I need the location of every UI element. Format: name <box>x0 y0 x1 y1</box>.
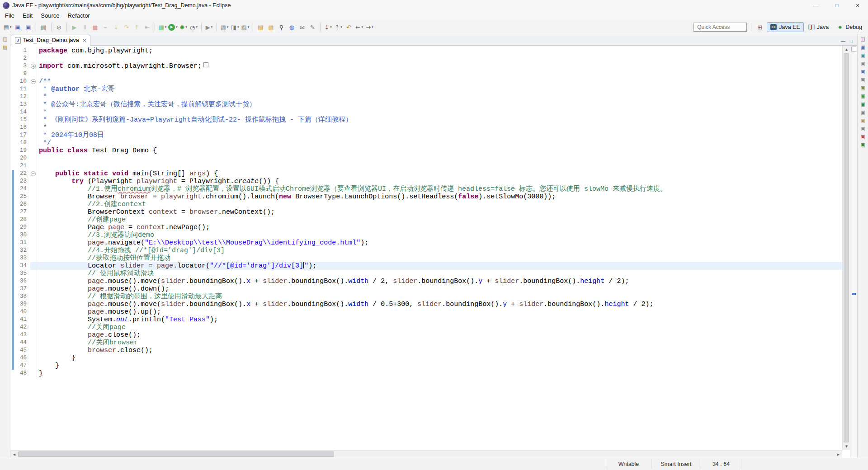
next-annotation-dropdown-icon[interactable]: ▾ <box>330 25 332 29</box>
menu-refactor[interactable]: Refactor <box>64 11 94 20</box>
editor-tab[interactable]: J Test_Drag_Demo.java ✕ <box>11 35 90 46</box>
line-number[interactable]: 24 <box>15 185 30 193</box>
annotation-ruler[interactable] <box>10 231 15 239</box>
code-line-26[interactable]: 26 //2.创建context <box>10 201 842 208</box>
previous-annotation-dropdown-icon[interactable]: ▾ <box>340 25 342 29</box>
open-folder-button[interactable]: ▨ <box>256 22 265 33</box>
line-number[interactable]: 43 <box>15 331 30 339</box>
code-line-32[interactable]: 32 //4.开始拖拽 //*[@id='drag']/div[3] <box>10 247 842 254</box>
annotation-ruler[interactable] <box>10 47 15 55</box>
line-number[interactable]: 32 <box>15 247 30 254</box>
previous-annotation-button[interactable]: ⇡▾ <box>334 22 343 33</box>
code-line-1[interactable]: 1package com.bjhg.playwright; <box>10 47 842 55</box>
annotation-ruler[interactable] <box>10 116 15 124</box>
new-web-project-button[interactable]: ▨▾ <box>241 22 250 33</box>
run-dropdown-icon[interactable]: ▾ <box>176 25 178 29</box>
annotation-ruler[interactable] <box>10 62 15 70</box>
annotation-ruler[interactable] <box>10 108 15 116</box>
annotation-ruler[interactable] <box>10 70 15 78</box>
annotation-ruler[interactable] <box>10 370 15 377</box>
code-line-45[interactable]: 45 browser.close(); <box>10 347 842 354</box>
line-number[interactable]: 3 <box>15 62 30 70</box>
vertical-scrollbar[interactable]: ▲ ▼ <box>842 46 850 450</box>
debug-button[interactable]: ✺▾ <box>179 22 188 33</box>
maximize-button[interactable]: □ <box>826 0 847 11</box>
code-line-36[interactable]: 36 page.mouse().move(slider.boundingBox(… <box>10 277 842 285</box>
palette-view-icon[interactable]: ▣ <box>859 141 867 148</box>
new-servlet-dropdown-icon[interactable]: ▾ <box>237 25 239 29</box>
annotation-ruler[interactable] <box>10 301 15 308</box>
line-number[interactable]: 22 <box>15 170 30 178</box>
annotation-ruler[interactable] <box>10 193 15 201</box>
code-line-19[interactable]: 19public class Test_Drag_Demo { <box>10 147 842 155</box>
fold-collapse-icon[interactable]: − <box>31 79 36 84</box>
new-ejb-project-dropdown-icon[interactable]: ▾ <box>227 25 229 29</box>
annotation-ruler[interactable] <box>10 185 15 193</box>
annotation-ruler[interactable] <box>10 239 15 247</box>
code-line-25[interactable]: 25 Browser browser = playwright.chromium… <box>10 193 842 201</box>
line-number[interactable]: 28 <box>15 216 30 224</box>
annotation-ruler[interactable] <box>10 147 15 155</box>
new-task-button[interactable]: ✉ <box>297 22 307 33</box>
outline-view-icon[interactable]: ▣ <box>859 44 867 51</box>
annotation-ruler[interactable] <box>10 285 15 293</box>
external-tools-dropdown-icon[interactable]: ▾ <box>211 25 213 29</box>
line-number[interactable]: 10 <box>15 78 30 85</box>
line-number[interactable]: 21 <box>15 162 30 170</box>
menu-edit[interactable]: Edit <box>19 11 37 20</box>
perspective-debug[interactable]: ✺Debug <box>833 22 866 32</box>
console-view-icon[interactable]: ▣ <box>859 101 867 108</box>
new-wizard-dropdown-icon[interactable]: ▾ <box>10 25 12 29</box>
quick-access-input[interactable] <box>693 23 747 32</box>
code-line-38[interactable]: 38 // 根据滑动的范围，这里使用滑动最大距离 <box>10 293 842 301</box>
annotation-ruler[interactable] <box>10 216 15 224</box>
close-button[interactable]: ✕ <box>847 0 868 11</box>
servers-view-icon[interactable]: ▣ <box>859 60 867 67</box>
line-number[interactable]: 14 <box>15 108 30 116</box>
line-number[interactable]: 47 <box>15 362 30 370</box>
line-number[interactable]: 40 <box>15 308 30 316</box>
annotation-ruler[interactable] <box>10 339 15 347</box>
scroll-right-icon[interactable]: ▶ <box>835 451 842 458</box>
annotation-ruler[interactable] <box>10 262 15 270</box>
annotation-ruler[interactable] <box>10 178 15 185</box>
annotation-ruler[interactable] <box>10 362 15 370</box>
menu-source[interactable]: Source <box>37 11 63 20</box>
annotation-ruler[interactable] <box>10 293 15 301</box>
profile-button[interactable]: ◔▾ <box>189 22 198 33</box>
annotation-ruler[interactable] <box>10 316 15 324</box>
code-line-2[interactable]: 2 <box>10 55 842 62</box>
code-line-40[interactable]: 40 page.mouse().up(); <box>10 308 842 316</box>
line-number[interactable]: 12 <box>15 93 30 101</box>
annotation-ruler[interactable] <box>10 324 15 331</box>
code-line-42[interactable]: 42 //关闭page <box>10 324 842 331</box>
annotation-ruler[interactable] <box>10 201 15 208</box>
line-number[interactable]: 36 <box>15 277 30 285</box>
open-console-button[interactable]: ▥ <box>39 22 48 33</box>
code-line-48[interactable]: 48} <box>10 370 842 377</box>
import-resource-button[interactable]: ▧ <box>266 22 276 33</box>
annotation-ruler[interactable] <box>10 93 15 101</box>
debug-dropdown-icon[interactable]: ▾ <box>185 25 187 29</box>
line-number[interactable]: 34 <box>15 262 30 270</box>
annotation-ruler[interactable] <box>10 208 15 216</box>
annotation-ruler[interactable] <box>10 354 15 362</box>
code-line-30[interactable]: 30 //3.浏览器访问demo <box>10 231 842 239</box>
restore-right-views-icon[interactable]: ◫ <box>859 36 867 42</box>
tab-close-icon[interactable]: ✕ <box>83 38 86 43</box>
code-line-24[interactable]: 24 //1.使用chromium浏览器，# 浏览器配置，设置以GUI模式启动C… <box>10 185 842 193</box>
save-button[interactable]: ▣ <box>13 22 23 33</box>
line-number[interactable]: 19 <box>15 147 30 155</box>
code-line-3[interactable]: 3+import com.microsoft.playwright.Browse… <box>10 62 842 70</box>
open-web-browser-button[interactable]: ◍ <box>287 22 297 33</box>
code-line-16[interactable]: 16 * <box>10 124 842 132</box>
code-line-34[interactable]: 34 Locator slider = page.locator("//*[@i… <box>10 262 842 270</box>
annotation-ruler[interactable] <box>10 277 15 285</box>
problems-view-icon[interactable]: ▣ <box>859 133 867 140</box>
new-ejb-project-button[interactable]: ▧▾ <box>220 22 229 33</box>
snippets-view-icon[interactable]: ▣ <box>859 76 867 83</box>
line-number[interactable]: 38 <box>15 293 30 301</box>
code-line-46[interactable]: 46 } <box>10 354 842 362</box>
data-source-explorer-view-icon[interactable]: ▣ <box>859 68 867 75</box>
fold-collapse-icon[interactable]: − <box>31 171 36 176</box>
